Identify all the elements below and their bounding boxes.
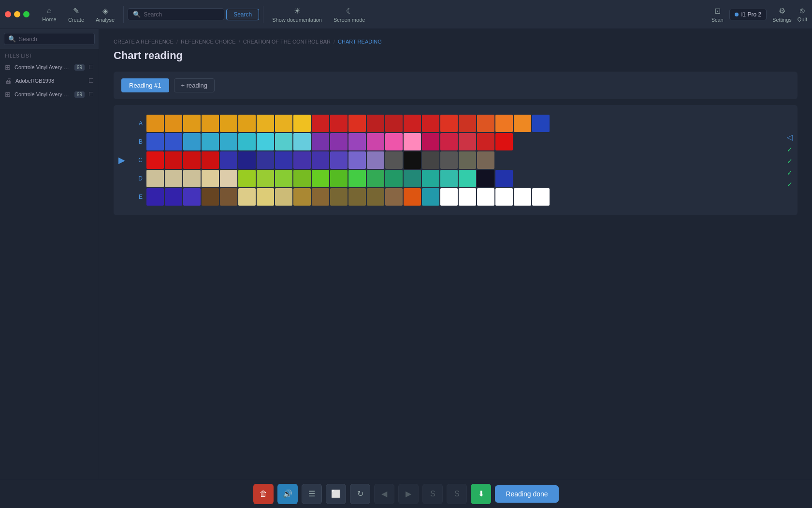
color-cell-E-2[interactable]: [183, 188, 201, 206]
settings-button[interactable]: ⚙ Settings: [772, 6, 792, 23]
color-cell-A-14[interactable]: [404, 115, 421, 132]
color-cell-E-17[interactable]: [459, 188, 476, 206]
toolbar-search-box[interactable]: 🔍 Search: [128, 8, 224, 20]
color-cell-D-2[interactable]: [183, 170, 201, 187]
color-cell-D-17[interactable]: [459, 170, 476, 187]
color-cell-D-16[interactable]: [440, 170, 458, 187]
spectrophotometer-selector[interactable]: i1 Pro 2: [729, 9, 767, 20]
search-button[interactable]: Search: [226, 9, 259, 20]
color-cell-E-10[interactable]: [330, 188, 348, 206]
color-cell-D-10[interactable]: [330, 170, 348, 187]
scan-button[interactable]: ⊡ Scan: [711, 6, 724, 23]
color-cell-A-18[interactable]: [477, 115, 494, 132]
color-cell-C-2[interactable]: [183, 151, 201, 169]
color-cell-D-9[interactable]: [312, 170, 329, 187]
color-cell-D-19[interactable]: [495, 170, 513, 187]
color-cell-C-12[interactable]: [367, 151, 384, 169]
color-cell-D-15[interactable]: [422, 170, 439, 187]
frame-button[interactable]: ⬜: [326, 484, 346, 504]
prev-button[interactable]: ◀: [374, 484, 394, 504]
color-cell-D-11[interactable]: [348, 170, 366, 187]
breadcrumb-control-bar[interactable]: CREATION OF THE CONTROL BAR: [243, 39, 331, 45]
color-cell-C-9[interactable]: [312, 151, 329, 169]
reading-tab-1[interactable]: Reading #1: [121, 78, 169, 92]
color-cell-E-4[interactable]: [220, 188, 237, 206]
close-window-btn[interactable]: [5, 11, 11, 17]
color-cell-E-0[interactable]: [146, 188, 164, 206]
color-cell-C-3[interactable]: [202, 151, 219, 169]
delete-button[interactable]: 🗑: [253, 484, 274, 504]
create-nav[interactable]: ✎ Create: [63, 4, 89, 25]
color-cell-B-13[interactable]: [385, 133, 403, 150]
color-cell-E-11[interactable]: [348, 188, 366, 206]
color-cell-C-5[interactable]: [238, 151, 256, 169]
s2-button[interactable]: S: [447, 484, 467, 504]
minimize-window-btn[interactable]: [14, 11, 20, 17]
color-cell-B-0[interactable]: [146, 133, 164, 150]
download-button[interactable]: ⬇: [471, 484, 491, 504]
color-cell-E-5[interactable]: [238, 188, 256, 206]
color-cell-D-5[interactable]: [238, 170, 256, 187]
color-cell-E-21[interactable]: [532, 188, 550, 206]
color-cell-B-3[interactable]: [202, 133, 219, 150]
color-cell-C-11[interactable]: [348, 151, 366, 169]
color-cell-D-8[interactable]: [293, 170, 311, 187]
screen-mode-nav[interactable]: ☾ Screen mode: [329, 4, 370, 25]
next-button[interactable]: ▶: [398, 484, 419, 504]
color-cell-A-3[interactable]: [202, 115, 219, 132]
color-cell-E-19[interactable]: [495, 188, 513, 206]
color-cell-D-4[interactable]: [220, 170, 237, 187]
color-cell-E-20[interactable]: [514, 188, 531, 206]
color-cell-B-14[interactable]: [404, 133, 421, 150]
color-cell-E-3[interactable]: [202, 188, 219, 206]
color-cell-B-1[interactable]: [165, 133, 182, 150]
color-cell-E-14[interactable]: [404, 188, 421, 206]
color-cell-A-15[interactable]: [422, 115, 439, 132]
color-cell-B-9[interactable]: [312, 133, 329, 150]
color-cell-C-17[interactable]: [459, 151, 476, 169]
color-cell-E-13[interactable]: [385, 188, 403, 206]
color-cell-E-8[interactable]: [293, 188, 311, 206]
color-cell-A-20[interactable]: [514, 115, 531, 132]
s1-button[interactable]: S: [422, 484, 443, 504]
color-cell-A-1[interactable]: [165, 115, 182, 132]
file-item-1[interactable]: ⊞ Controle Vinyl Avery - ... 99 ☐: [0, 60, 99, 74]
color-cell-A-6[interactable]: [257, 115, 274, 132]
color-cell-C-13[interactable]: [385, 151, 403, 169]
color-cell-D-12[interactable]: [367, 170, 384, 187]
show-docs-nav[interactable]: ☀ Show documentation: [267, 4, 327, 25]
file-checkbox-2[interactable]: ☐: [88, 77, 94, 84]
color-cell-A-5[interactable]: [238, 115, 256, 132]
refresh-button[interactable]: ↻: [350, 484, 370, 504]
color-cell-E-6[interactable]: [257, 188, 274, 206]
color-cell-A-9[interactable]: [312, 115, 329, 132]
color-cell-E-12[interactable]: [367, 188, 384, 206]
color-cell-D-6[interactable]: [257, 170, 274, 187]
color-cell-D-18[interactable]: [477, 170, 494, 187]
maximize-window-btn[interactable]: [23, 11, 29, 17]
color-cell-B-2[interactable]: [183, 133, 201, 150]
color-cell-B-19[interactable]: [495, 133, 513, 150]
breadcrumb-reference[interactable]: REFERENCE CHOICE: [181, 39, 236, 45]
color-cell-A-11[interactable]: [348, 115, 366, 132]
color-cell-B-16[interactable]: [440, 133, 458, 150]
color-cell-A-10[interactable]: [330, 115, 348, 132]
color-cell-D-13[interactable]: [385, 170, 403, 187]
reading-done-button[interactable]: Reading done: [495, 485, 558, 503]
color-cell-A-19[interactable]: [495, 115, 513, 132]
color-cell-D-14[interactable]: [404, 170, 421, 187]
file-checkbox-3[interactable]: ☐: [88, 91, 94, 98]
file-item-2[interactable]: 🖨 AdobeRGB1998 ☐: [0, 74, 99, 88]
color-cell-C-4[interactable]: [220, 151, 237, 169]
color-cell-C-0[interactable]: [146, 151, 164, 169]
color-cell-A-2[interactable]: [183, 115, 201, 132]
color-cell-B-15[interactable]: [422, 133, 439, 150]
file-checkbox-1[interactable]: ☐: [88, 64, 94, 71]
color-cell-B-11[interactable]: [348, 133, 366, 150]
quit-button[interactable]: ⎋ Quit: [798, 6, 807, 22]
color-cell-A-8[interactable]: [293, 115, 311, 132]
color-cell-B-18[interactable]: [477, 133, 494, 150]
color-cell-C-18[interactable]: [477, 151, 494, 169]
color-cell-B-17[interactable]: [459, 133, 476, 150]
color-cell-A-0[interactable]: [146, 115, 164, 132]
